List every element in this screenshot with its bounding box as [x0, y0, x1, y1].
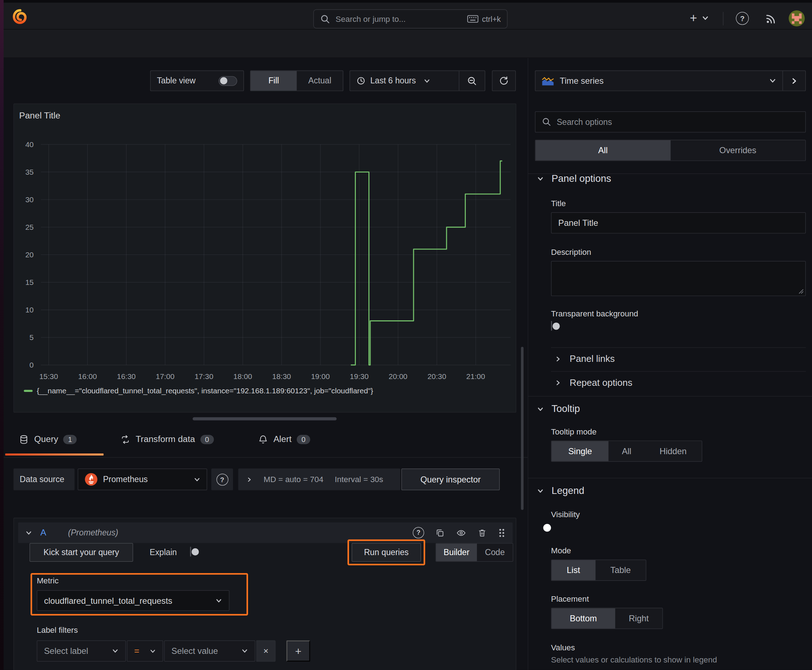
- zoom-out-time-button[interactable]: [459, 71, 485, 91]
- breadcrumb-bar: [0, 29, 812, 58]
- news-feed-button[interactable]: [765, 13, 776, 25]
- description-textarea[interactable]: [551, 261, 806, 296]
- transparent-background-label: Transparent background: [551, 309, 638, 318]
- query-inspector-button[interactable]: Query inspector: [401, 469, 500, 490]
- top-nav-bar: Search or jump to... ctrl+k + ?: [0, 2, 812, 29]
- select-label-dropdown[interactable]: Select label: [37, 640, 126, 662]
- data-source-help-button[interactable]: ?: [211, 469, 233, 490]
- hide-response-button[interactable]: [456, 528, 466, 538]
- chevron-down-icon: [241, 648, 248, 654]
- legend-visibility-label: Visibility: [551, 510, 580, 519]
- tooltip-mode-label: Tooltip mode: [551, 427, 597, 436]
- explain-toggle[interactable]: [190, 546, 191, 556]
- search-icon: [320, 14, 331, 24]
- legend-mode-table[interactable]: Table: [595, 560, 646, 580]
- tooltip-mode-all[interactable]: All: [609, 441, 644, 461]
- x-tick-label: 17:30: [194, 372, 213, 381]
- panel-options-section-header[interactable]: Panel options: [537, 173, 611, 184]
- run-queries-button[interactable]: Run queries: [352, 543, 421, 562]
- tab-query[interactable]: Query 1: [19, 435, 76, 445]
- visualization-picker[interactable]: Time series: [536, 71, 783, 91]
- y-tick-label: 5: [29, 333, 34, 342]
- max-data-points-text: MD = auto = 704: [263, 475, 323, 484]
- fill-option[interactable]: Fill: [251, 71, 297, 91]
- code-option[interactable]: Code: [477, 544, 513, 561]
- duplicate-query-button[interactable]: [435, 528, 445, 538]
- tooltip-mode-single[interactable]: Single: [551, 441, 609, 461]
- zoom-out-icon: [466, 75, 477, 86]
- metric-label: Metric: [37, 576, 59, 585]
- legend-placement-label: Placement: [551, 594, 589, 604]
- tab-all[interactable]: All: [536, 140, 671, 160]
- y-tick-label: 20: [25, 250, 34, 259]
- x-tick-label: 16:30: [117, 372, 136, 381]
- alert-count-badge: 0: [297, 435, 310, 444]
- query-options-summary[interactable]: MD = auto = 704 Interval = 30s: [238, 469, 400, 490]
- drag-handle[interactable]: [498, 528, 505, 538]
- query-help-button[interactable]: ?: [413, 527, 424, 538]
- add-filter-button[interactable]: +: [286, 640, 310, 662]
- table-view-toggle-group: Table view: [150, 71, 244, 91]
- data-source-picker[interactable]: Prometheus: [78, 469, 207, 490]
- x-tick-label: 19:30: [350, 372, 368, 381]
- select-value-dropdown[interactable]: Select value: [164, 640, 256, 662]
- question-mark-icon: ?: [216, 474, 228, 485]
- help-button[interactable]: ?: [736, 12, 749, 25]
- x-tick-label: 18:30: [272, 372, 291, 381]
- search-input[interactable]: Search or jump to... ctrl+k: [313, 9, 507, 29]
- actual-option[interactable]: Actual: [297, 71, 343, 91]
- topbar-divider: [723, 12, 723, 25]
- tooltip-section-header[interactable]: Tooltip: [537, 403, 580, 415]
- panel-links-section[interactable]: Panel links: [555, 354, 615, 364]
- title-field-label: Title: [551, 199, 566, 208]
- tab-alert[interactable]: Alert 0: [258, 435, 310, 445]
- tooltip-mode-hidden[interactable]: Hidden: [644, 441, 702, 461]
- legend-placement-right[interactable]: Right: [615, 608, 662, 628]
- user-avatar[interactable]: [789, 10, 805, 27]
- tab-transform-data[interactable]: Transform data 0: [120, 435, 214, 445]
- transparent-background-toggle[interactable]: [551, 321, 552, 331]
- refresh-button[interactable]: [492, 71, 516, 91]
- panel-resize-handle[interactable]: [193, 417, 337, 421]
- y-tick-label: 35: [25, 168, 34, 176]
- tab-transform-label: Transform data: [136, 435, 195, 445]
- label-filters-label: Label filters: [37, 625, 78, 634]
- time-range-picker[interactable]: Last 6 hours: [350, 71, 459, 91]
- legend-mode-label: Mode: [551, 546, 571, 555]
- question-mark-icon: ?: [740, 14, 744, 22]
- chevron-right-icon: [555, 356, 561, 362]
- vertical-scrollbar-thumb[interactable]: [521, 347, 524, 510]
- time-range-label: Last 6 hours: [370, 76, 416, 86]
- chart-legend-item[interactable]: {__name__="cloudflared_tunnel_total_requ…: [24, 387, 373, 395]
- table-view-toggle[interactable]: [219, 76, 237, 86]
- query-row-header[interactable]: A (Prometheus) ?: [18, 522, 513, 543]
- legend-section-header[interactable]: Legend: [537, 485, 584, 496]
- grafana-logo-icon[interactable]: [12, 8, 29, 25]
- clock-icon: [356, 76, 366, 86]
- kick-start-query-button[interactable]: Kick start your query: [29, 543, 133, 562]
- chevron-right-icon: [247, 476, 253, 483]
- operator-dropdown[interactable]: =: [127, 640, 163, 662]
- tab-alert-label: Alert: [273, 435, 292, 445]
- builder-option[interactable]: Builder: [436, 544, 477, 561]
- y-tick-label: 30: [25, 195, 34, 204]
- refresh-icon: [499, 76, 509, 86]
- resize-grip-icon[interactable]: [798, 288, 804, 294]
- panel-preview: Panel Title 051015202530354015:3016:0016…: [14, 103, 516, 413]
- legend-placement-bottom[interactable]: Bottom: [551, 608, 615, 628]
- search-options-input[interactable]: Search options: [535, 111, 805, 132]
- data-source-name: Prometheus: [103, 475, 189, 484]
- visualization-name: Time series: [560, 76, 763, 86]
- remove-query-button[interactable]: [478, 528, 487, 538]
- time-series-chart[interactable]: 051015202530354015:3016:0016:3017:0017:3…: [18, 130, 514, 386]
- panel-title-input[interactable]: Panel Title: [551, 212, 806, 233]
- section-divider: [528, 478, 812, 478]
- metric-select[interactable]: cloudflared_tunnel_total_requests: [37, 590, 229, 611]
- tab-overrides[interactable]: Overrides: [670, 140, 805, 160]
- add-button[interactable]: +: [690, 12, 709, 24]
- builder-code-segmented: Builder Code: [436, 543, 513, 562]
- repeat-options-section[interactable]: Repeat options: [555, 377, 632, 388]
- remove-filter-button[interactable]: ×: [256, 640, 276, 662]
- legend-mode-list[interactable]: List: [551, 560, 595, 580]
- open-viz-suggestions-button[interactable]: [783, 71, 805, 91]
